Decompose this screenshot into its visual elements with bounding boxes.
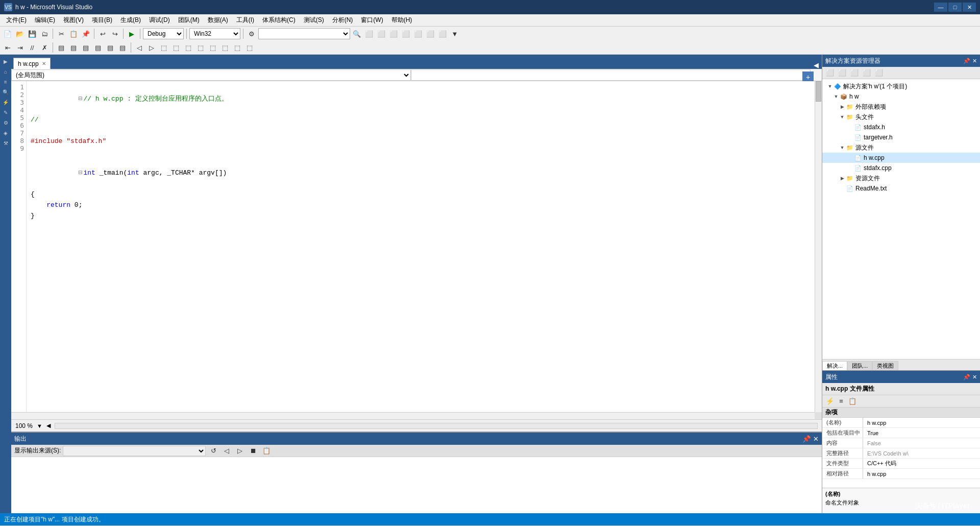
- sidebar-icon-7[interactable]: ⚙: [1, 118, 10, 127]
- settings-button[interactable]: ⚙: [246, 28, 257, 39]
- output-copy-button[interactable]: 📋: [261, 445, 272, 457]
- nav-btn-d[interactable]: ⬚: [170, 42, 182, 53]
- tree-external-deps[interactable]: ▶ 📁 外部依赖项: [822, 102, 980, 112]
- tree-resource-files[interactable]: ▶ 📁 资源文件: [822, 173, 980, 183]
- tree-readme[interactable]: ▶ 📄 ReadMe.txt: [822, 183, 980, 194]
- prop-pages-button[interactable]: 📋: [847, 396, 858, 407]
- vertical-scrollbar[interactable]: [815, 81, 822, 412]
- comment-button[interactable]: //: [27, 42, 38, 53]
- scope-select[interactable]: (全局范围): [11, 69, 411, 81]
- fmt-btn-c[interactable]: ▤: [80, 42, 91, 53]
- scrollbar-thumb[interactable]: [816, 81, 821, 102]
- menu-window[interactable]: 窗口(W): [357, 15, 387, 26]
- se-pin-button[interactable]: 📌: [963, 58, 970, 64]
- fmt-btn-e[interactable]: ▤: [105, 42, 116, 53]
- toolbar-btn-e[interactable]: ⬜: [412, 28, 424, 39]
- tree-targetver-h[interactable]: ▶ 📄 targetver.h: [822, 132, 980, 142]
- fmt-btn-d[interactable]: ▤: [92, 42, 104, 53]
- nav-btn-c[interactable]: ⬚: [158, 42, 169, 53]
- menu-build[interactable]: 生成(B): [116, 15, 145, 26]
- prop-filter-button[interactable]: ≡: [836, 396, 847, 407]
- tree-source-files[interactable]: ▼ 📁 源文件: [822, 142, 980, 153]
- indent-inc-button[interactable]: ⇥: [14, 42, 26, 53]
- prop-sort-button[interactable]: ⚡: [824, 396, 836, 407]
- sidebar-icon-3[interactable]: ≡: [1, 77, 10, 86]
- tree-stdafx-h[interactable]: ▶ 📄 stdafx.h: [822, 122, 980, 132]
- undo-button[interactable]: ↩: [97, 28, 108, 39]
- menu-tools[interactable]: 工具(I): [232, 15, 258, 26]
- new-file-button[interactable]: 📄: [2, 28, 13, 39]
- tree-hw-cpp[interactable]: ▶ 📄 h w.cpp: [822, 153, 980, 163]
- toolbar-btn-g[interactable]: ⬜: [437, 28, 448, 39]
- sidebar-icon-9[interactable]: ⚒: [1, 138, 10, 148]
- close-button[interactable]: ✕: [963, 3, 976, 12]
- menu-file[interactable]: 文件(E): [2, 15, 31, 26]
- fmt-btn-a[interactable]: ▤: [56, 42, 67, 53]
- menu-data[interactable]: 数据(A): [204, 15, 232, 26]
- nav-btn-f[interactable]: ⬚: [195, 42, 206, 53]
- output-source-select[interactable]: [63, 446, 206, 456]
- output-close-button[interactable]: ✕: [813, 435, 819, 443]
- output-refresh-button[interactable]: ↺: [208, 445, 219, 457]
- prop-pin-button[interactable]: 📌: [963, 374, 970, 380]
- nav-btn-a[interactable]: ◁: [134, 42, 145, 53]
- se-toolbar-btn-4[interactable]: ⬜: [861, 67, 872, 79]
- toolbar-btn-h[interactable]: ▼: [449, 28, 460, 39]
- menu-test[interactable]: 测试(S): [300, 15, 328, 26]
- toolbar-btn-c[interactable]: ⬜: [388, 28, 399, 39]
- platform-select[interactable]: Win32: [189, 28, 240, 39]
- menu-help[interactable]: 帮助(H): [387, 15, 416, 26]
- menu-architecture[interactable]: 体系结构(C): [258, 15, 300, 26]
- save-button[interactable]: 💾: [27, 28, 38, 39]
- redo-button[interactable]: ↪: [109, 28, 120, 39]
- horizontal-scrollbar[interactable]: [11, 412, 815, 419]
- sidebar-icon-5[interactable]: ⚡: [1, 98, 10, 107]
- tree-project[interactable]: ▼ 📦 h w: [822, 91, 980, 102]
- tab-close-icon[interactable]: ✕: [42, 61, 46, 66]
- se-toolbar-btn-2[interactable]: ⬜: [837, 67, 848, 79]
- output-pin-button[interactable]: 📌: [802, 435, 811, 443]
- nav-btn-e[interactable]: ⬚: [183, 42, 194, 53]
- fmt-btn-f[interactable]: ▤: [117, 42, 128, 53]
- output-next-button[interactable]: ▷: [234, 445, 246, 457]
- search-go-button[interactable]: 🔍: [351, 28, 362, 39]
- menu-analyze[interactable]: 分析(N): [328, 15, 357, 26]
- menu-edit[interactable]: 编辑(E): [31, 15, 59, 26]
- debug-config-select[interactable]: Debug: [143, 28, 184, 39]
- tab-pin-button[interactable]: ◀: [811, 61, 822, 69]
- toolbar-btn-a[interactable]: ⬜: [363, 28, 375, 39]
- se-tab-class[interactable]: 类视图: [872, 361, 898, 370]
- start-debug-button[interactable]: ▶: [126, 28, 137, 39]
- menu-project[interactable]: 项目(B): [88, 15, 116, 26]
- uncomment-button[interactable]: ✗: [39, 42, 50, 53]
- h-scroll-track[interactable]: [55, 423, 818, 429]
- zoom-down-button[interactable]: ▼: [37, 423, 42, 429]
- save-all-button[interactable]: 🗂: [39, 28, 50, 39]
- sidebar-icon-4[interactable]: 🔍: [1, 87, 10, 97]
- menu-team[interactable]: 团队(M): [174, 15, 204, 26]
- nav-btn-b[interactable]: ▷: [146, 42, 157, 53]
- se-tab-team[interactable]: 团队...: [847, 361, 872, 370]
- se-toolbar-btn-5[interactable]: ⬜: [873, 67, 885, 79]
- toolbar-btn-f[interactable]: ⬜: [425, 28, 436, 39]
- fold-icon-1[interactable]: ⊟: [79, 95, 83, 103]
- se-toolbar-btn-1[interactable]: ⬜: [824, 67, 836, 79]
- tree-stdafx-cpp[interactable]: ▶ 📄 stdafx.cpp: [822, 163, 980, 173]
- prop-close-button[interactable]: ✕: [972, 374, 977, 380]
- cut-button[interactable]: ✂: [56, 28, 67, 39]
- copy-button[interactable]: 📋: [68, 28, 79, 39]
- nav-btn-j[interactable]: ⬚: [244, 42, 255, 53]
- editor-tab-hwcpp[interactable]: h w.cpp ✕: [13, 58, 51, 69]
- search-toolbar-select[interactable]: [258, 28, 350, 39]
- nav-btn-h[interactable]: ⬚: [219, 42, 231, 53]
- member-select[interactable]: [411, 69, 811, 81]
- code-editor[interactable]: 1 2 3 4 5 6 7 8 9 ⊟// h w.cpp : 定义控制台应用程…: [11, 81, 822, 419]
- sidebar-icon-8[interactable]: ◈: [1, 128, 10, 137]
- sidebar-icon-1[interactable]: ▶: [1, 57, 10, 66]
- se-toolbar-btn-3[interactable]: ⬜: [849, 67, 860, 79]
- se-tab-solution[interactable]: 解决...: [822, 361, 847, 370]
- output-stop-button[interactable]: ⏹: [248, 445, 259, 457]
- se-close-button[interactable]: ✕: [972, 58, 977, 64]
- tree-header-files[interactable]: ▼ 📁 头文件: [822, 112, 980, 122]
- paste-button[interactable]: 📌: [80, 28, 91, 39]
